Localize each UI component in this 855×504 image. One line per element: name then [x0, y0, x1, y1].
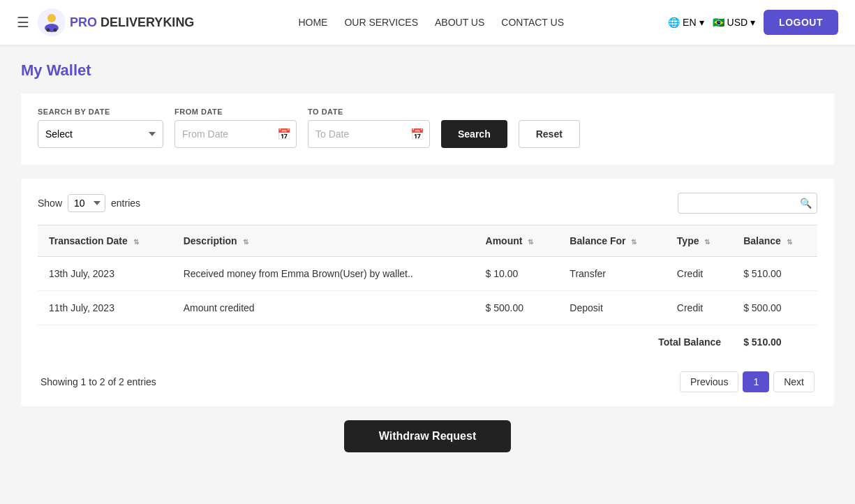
sort-transaction-date-icon[interactable]: ⇅ — [133, 238, 139, 246]
pagination: Previous 1 Next — [680, 371, 815, 392]
table-controls: Show 10 25 50 100 entries 🔍 — [38, 193, 817, 214]
cell-balance-for: Deposit — [558, 291, 665, 325]
to-date-wrapper: 📅 — [308, 120, 430, 148]
to-date-label: TO DATE — [308, 108, 430, 116]
to-date-group: TO DATE 📅 — [308, 108, 430, 148]
cell-type: Credit — [666, 257, 732, 291]
entries-per-page-select[interactable]: 10 25 50 100 — [68, 194, 105, 212]
col-description: Description ⇅ — [172, 225, 475, 257]
withdraw-button[interactable]: Withdraw Request — [344, 420, 511, 452]
search-by-date-group: SEARCH BY DATE Select — [38, 108, 163, 148]
previous-button[interactable]: Previous — [680, 371, 738, 392]
cell-type: Credit — [666, 291, 732, 325]
search-by-date-label: SEARCH BY DATE — [38, 108, 163, 116]
svg-point-0 — [47, 14, 56, 22]
logo-text: PRO DELIVERYKING — [70, 15, 194, 30]
header-left: ☰ PRO DELIVERYKING — [17, 8, 194, 36]
svg-point-2 — [47, 29, 50, 32]
from-date-group: FROM DATE 📅 — [174, 108, 297, 148]
filter-area: SEARCH BY DATE Select FROM DATE 📅 TO DAT… — [21, 94, 834, 165]
table-area: Show 10 25 50 100 entries 🔍 Transaction … — [21, 179, 834, 406]
cell-balance-for: Transfer — [558, 257, 665, 291]
entries-label: entries — [111, 198, 140, 209]
from-date-label: FROM DATE — [174, 108, 297, 116]
header: ☰ PRO DELIVERYKING HOME OUR SERVICES ABO… — [0, 0, 855, 45]
lang-flag: 🌐 — [668, 17, 680, 28]
nav-home[interactable]: HOME — [298, 17, 327, 28]
nav-contact-us[interactable]: CONTACT US — [501, 17, 564, 28]
cell-transaction-date: 11th July, 2023 — [38, 291, 172, 325]
nav-about-us[interactable]: ABOUT US — [435, 17, 484, 28]
sort-balance-icon[interactable]: ⇅ — [787, 238, 792, 246]
cell-amount: $ 10.00 — [475, 257, 559, 291]
currency-chevron-icon: ▾ — [750, 17, 755, 28]
page-content: My Wallet SEARCH BY DATE Select FROM DAT… — [0, 45, 855, 476]
table-row: 11th July, 2023 Amount credited $ 500.00… — [38, 291, 817, 325]
next-button[interactable]: Next — [773, 371, 815, 392]
sort-balance-for-icon[interactable]: ⇅ — [631, 238, 637, 246]
hamburger-icon[interactable]: ☰ — [17, 14, 29, 31]
table-header-row: Transaction Date ⇅ Description ⇅ Amount … — [38, 225, 817, 257]
cell-description: Received money from Emma Brown(User) by … — [172, 257, 475, 291]
from-date-wrapper: 📅 — [174, 120, 297, 148]
lang-chevron-icon: ▾ — [699, 17, 704, 28]
withdraw-section: Withdraw Request — [21, 406, 834, 459]
language-selector[interactable]: 🌐 EN ▾ — [668, 17, 704, 28]
col-balance-for: Balance For ⇅ — [558, 225, 665, 257]
total-row: Total Balance $ 510.00 — [38, 325, 817, 360]
sort-amount-icon[interactable]: ⇅ — [528, 238, 533, 246]
pagination-row: Showing 1 to 2 of 2 entries Previous 1 N… — [38, 371, 817, 392]
logo: PRO DELIVERYKING — [38, 8, 194, 36]
page-1-button[interactable]: 1 — [743, 371, 769, 392]
currency-selector[interactable]: 🇧🇷 USD ▾ — [713, 17, 756, 28]
show-entries-control: Show 10 25 50 100 entries — [38, 194, 140, 212]
table-row: 13th July, 2023 Received money from Emma… — [38, 257, 817, 291]
cell-balance: $ 510.00 — [732, 257, 817, 291]
page-title: My Wallet — [21, 61, 834, 80]
sort-description-icon[interactable]: ⇅ — [243, 238, 248, 246]
col-amount: Amount ⇅ — [475, 225, 559, 257]
to-date-calendar-icon[interactable]: 📅 — [410, 128, 424, 141]
table-search-input[interactable] — [678, 193, 817, 214]
from-date-calendar-icon[interactable]: 📅 — [277, 128, 291, 141]
reset-button[interactable]: Reset — [519, 120, 580, 148]
lang-label: EN — [683, 17, 696, 28]
total-value: $ 510.00 — [732, 325, 817, 360]
header-right: 🌐 EN ▾ 🇧🇷 USD ▾ LOGOUT — [668, 10, 838, 35]
cell-balance: $ 500.00 — [732, 291, 817, 325]
search-by-date-select[interactable]: Select — [38, 120, 163, 148]
transactions-table: Transaction Date ⇅ Description ⇅ Amount … — [38, 225, 817, 359]
showing-text: Showing 1 to 2 of 2 entries — [40, 376, 156, 387]
col-type: Type ⇅ — [666, 225, 732, 257]
search-button[interactable]: Search — [441, 120, 507, 148]
show-label: Show — [38, 198, 62, 209]
currency-label: USD — [727, 17, 748, 28]
table-search-icon[interactable]: 🔍 — [800, 198, 812, 209]
logout-button[interactable]: LOGOUT — [764, 10, 838, 35]
svg-point-3 — [54, 29, 57, 32]
filter-row: SEARCH BY DATE Select FROM DATE 📅 TO DAT… — [38, 108, 817, 148]
table-search-wrapper: 🔍 — [678, 193, 817, 214]
main-nav: HOME OUR SERVICES ABOUT US CONTACT US — [298, 17, 564, 28]
cell-transaction-date: 13th July, 2023 — [38, 257, 172, 291]
total-label: Total Balance — [38, 325, 732, 360]
sort-type-icon[interactable]: ⇅ — [704, 238, 710, 246]
logo-icon — [38, 8, 66, 36]
col-transaction-date: Transaction Date ⇅ — [38, 225, 172, 257]
currency-flag: 🇧🇷 — [713, 17, 724, 28]
table-body: 13th July, 2023 Received money from Emma… — [38, 257, 817, 360]
nav-our-services[interactable]: OUR SERVICES — [344, 17, 418, 28]
col-balance: Balance ⇅ — [732, 225, 817, 257]
cell-description: Amount credited — [172, 291, 475, 325]
cell-amount: $ 500.00 — [475, 291, 559, 325]
